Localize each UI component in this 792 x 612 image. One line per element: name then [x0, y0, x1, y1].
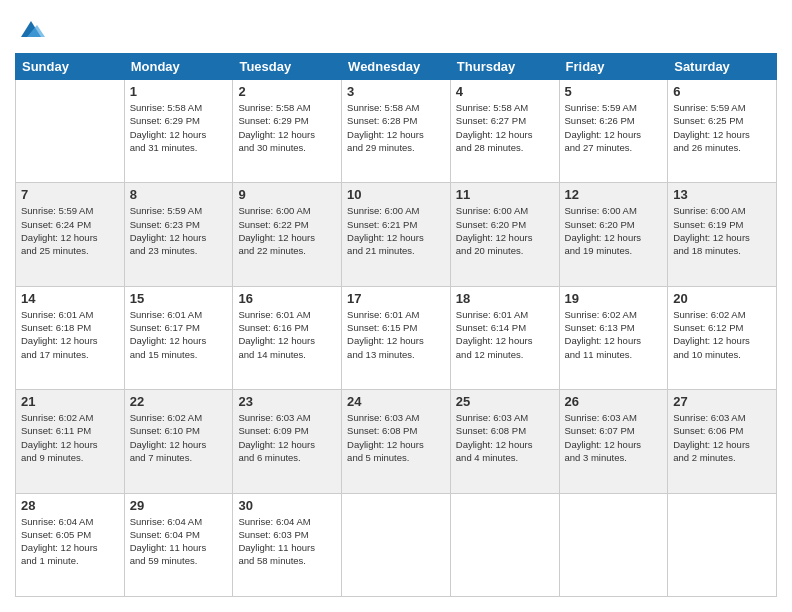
weekday-header-saturday: Saturday — [668, 54, 777, 80]
calendar-cell: 1Sunrise: 5:58 AM Sunset: 6:29 PM Daylig… — [124, 80, 233, 183]
day-info: Sunrise: 6:00 AM Sunset: 6:20 PM Dayligh… — [565, 204, 663, 257]
calendar-cell: 5Sunrise: 5:59 AM Sunset: 6:26 PM Daylig… — [559, 80, 668, 183]
day-number: 24 — [347, 394, 445, 409]
calendar-cell — [16, 80, 125, 183]
calendar-cell: 18Sunrise: 6:01 AM Sunset: 6:14 PM Dayli… — [450, 286, 559, 389]
calendar-table: SundayMondayTuesdayWednesdayThursdayFrid… — [15, 53, 777, 597]
calendar-cell: 16Sunrise: 6:01 AM Sunset: 6:16 PM Dayli… — [233, 286, 342, 389]
day-number: 29 — [130, 498, 228, 513]
calendar-cell: 23Sunrise: 6:03 AM Sunset: 6:09 PM Dayli… — [233, 390, 342, 493]
day-info: Sunrise: 6:03 AM Sunset: 6:07 PM Dayligh… — [565, 411, 663, 464]
day-number: 14 — [21, 291, 119, 306]
weekday-header-wednesday: Wednesday — [342, 54, 451, 80]
day-number: 13 — [673, 187, 771, 202]
day-info: Sunrise: 6:03 AM Sunset: 6:09 PM Dayligh… — [238, 411, 336, 464]
day-info: Sunrise: 5:58 AM Sunset: 6:29 PM Dayligh… — [130, 101, 228, 154]
calendar-cell — [342, 493, 451, 596]
day-number: 3 — [347, 84, 445, 99]
calendar-cell: 12Sunrise: 6:00 AM Sunset: 6:20 PM Dayli… — [559, 183, 668, 286]
day-number: 8 — [130, 187, 228, 202]
calendar-cell: 8Sunrise: 5:59 AM Sunset: 6:23 PM Daylig… — [124, 183, 233, 286]
day-info: Sunrise: 6:03 AM Sunset: 6:08 PM Dayligh… — [347, 411, 445, 464]
calendar-cell — [668, 493, 777, 596]
calendar-cell: 9Sunrise: 6:00 AM Sunset: 6:22 PM Daylig… — [233, 183, 342, 286]
calendar-cell — [559, 493, 668, 596]
week-row-2: 14Sunrise: 6:01 AM Sunset: 6:18 PM Dayli… — [16, 286, 777, 389]
day-info: Sunrise: 6:01 AM Sunset: 6:14 PM Dayligh… — [456, 308, 554, 361]
calendar-cell: 20Sunrise: 6:02 AM Sunset: 6:12 PM Dayli… — [668, 286, 777, 389]
day-number: 26 — [565, 394, 663, 409]
day-number: 4 — [456, 84, 554, 99]
day-number: 15 — [130, 291, 228, 306]
calendar-cell — [450, 493, 559, 596]
day-info: Sunrise: 5:59 AM Sunset: 6:24 PM Dayligh… — [21, 204, 119, 257]
day-info: Sunrise: 6:04 AM Sunset: 6:04 PM Dayligh… — [130, 515, 228, 568]
calendar-cell: 2Sunrise: 5:58 AM Sunset: 6:29 PM Daylig… — [233, 80, 342, 183]
day-number: 18 — [456, 291, 554, 306]
calendar-cell: 4Sunrise: 5:58 AM Sunset: 6:27 PM Daylig… — [450, 80, 559, 183]
day-number: 19 — [565, 291, 663, 306]
calendar-cell: 30Sunrise: 6:04 AM Sunset: 6:03 PM Dayli… — [233, 493, 342, 596]
calendar-cell: 25Sunrise: 6:03 AM Sunset: 6:08 PM Dayli… — [450, 390, 559, 493]
calendar-cell: 15Sunrise: 6:01 AM Sunset: 6:17 PM Dayli… — [124, 286, 233, 389]
weekday-header-monday: Monday — [124, 54, 233, 80]
day-info: Sunrise: 6:00 AM Sunset: 6:20 PM Dayligh… — [456, 204, 554, 257]
day-number: 25 — [456, 394, 554, 409]
day-info: Sunrise: 5:58 AM Sunset: 6:29 PM Dayligh… — [238, 101, 336, 154]
day-number: 23 — [238, 394, 336, 409]
weekday-header-tuesday: Tuesday — [233, 54, 342, 80]
day-info: Sunrise: 6:04 AM Sunset: 6:03 PM Dayligh… — [238, 515, 336, 568]
day-info: Sunrise: 6:03 AM Sunset: 6:06 PM Dayligh… — [673, 411, 771, 464]
day-info: Sunrise: 5:59 AM Sunset: 6:26 PM Dayligh… — [565, 101, 663, 154]
day-number: 28 — [21, 498, 119, 513]
calendar-cell: 19Sunrise: 6:02 AM Sunset: 6:13 PM Dayli… — [559, 286, 668, 389]
day-info: Sunrise: 6:02 AM Sunset: 6:12 PM Dayligh… — [673, 308, 771, 361]
week-row-4: 28Sunrise: 6:04 AM Sunset: 6:05 PM Dayli… — [16, 493, 777, 596]
day-number: 11 — [456, 187, 554, 202]
day-info: Sunrise: 6:00 AM Sunset: 6:19 PM Dayligh… — [673, 204, 771, 257]
calendar-cell: 29Sunrise: 6:04 AM Sunset: 6:04 PM Dayli… — [124, 493, 233, 596]
day-number: 10 — [347, 187, 445, 202]
day-number: 20 — [673, 291, 771, 306]
day-number: 5 — [565, 84, 663, 99]
day-number: 30 — [238, 498, 336, 513]
day-info: Sunrise: 6:03 AM Sunset: 6:08 PM Dayligh… — [456, 411, 554, 464]
calendar-cell: 21Sunrise: 6:02 AM Sunset: 6:11 PM Dayli… — [16, 390, 125, 493]
calendar-cell: 6Sunrise: 5:59 AM Sunset: 6:25 PM Daylig… — [668, 80, 777, 183]
day-number: 12 — [565, 187, 663, 202]
day-info: Sunrise: 6:02 AM Sunset: 6:11 PM Dayligh… — [21, 411, 119, 464]
week-row-3: 21Sunrise: 6:02 AM Sunset: 6:11 PM Dayli… — [16, 390, 777, 493]
weekday-header-friday: Friday — [559, 54, 668, 80]
week-row-0: 1Sunrise: 5:58 AM Sunset: 6:29 PM Daylig… — [16, 80, 777, 183]
calendar-cell: 13Sunrise: 6:00 AM Sunset: 6:19 PM Dayli… — [668, 183, 777, 286]
page: SundayMondayTuesdayWednesdayThursdayFrid… — [0, 0, 792, 612]
day-info: Sunrise: 6:01 AM Sunset: 6:18 PM Dayligh… — [21, 308, 119, 361]
logo — [15, 15, 45, 43]
calendar-cell: 10Sunrise: 6:00 AM Sunset: 6:21 PM Dayli… — [342, 183, 451, 286]
day-info: Sunrise: 6:01 AM Sunset: 6:15 PM Dayligh… — [347, 308, 445, 361]
week-row-1: 7Sunrise: 5:59 AM Sunset: 6:24 PM Daylig… — [16, 183, 777, 286]
day-number: 27 — [673, 394, 771, 409]
day-number: 17 — [347, 291, 445, 306]
day-number: 16 — [238, 291, 336, 306]
weekday-header-thursday: Thursday — [450, 54, 559, 80]
weekday-header-row: SundayMondayTuesdayWednesdayThursdayFrid… — [16, 54, 777, 80]
header — [15, 15, 777, 43]
calendar-cell: 22Sunrise: 6:02 AM Sunset: 6:10 PM Dayli… — [124, 390, 233, 493]
day-info: Sunrise: 6:00 AM Sunset: 6:22 PM Dayligh… — [238, 204, 336, 257]
calendar-cell: 11Sunrise: 6:00 AM Sunset: 6:20 PM Dayli… — [450, 183, 559, 286]
day-info: Sunrise: 5:59 AM Sunset: 6:23 PM Dayligh… — [130, 204, 228, 257]
day-number: 22 — [130, 394, 228, 409]
calendar-cell: 26Sunrise: 6:03 AM Sunset: 6:07 PM Dayli… — [559, 390, 668, 493]
day-number: 2 — [238, 84, 336, 99]
calendar-cell: 14Sunrise: 6:01 AM Sunset: 6:18 PM Dayli… — [16, 286, 125, 389]
day-info: Sunrise: 5:58 AM Sunset: 6:28 PM Dayligh… — [347, 101, 445, 154]
day-number: 21 — [21, 394, 119, 409]
calendar-cell: 27Sunrise: 6:03 AM Sunset: 6:06 PM Dayli… — [668, 390, 777, 493]
calendar-cell: 7Sunrise: 5:59 AM Sunset: 6:24 PM Daylig… — [16, 183, 125, 286]
day-info: Sunrise: 6:02 AM Sunset: 6:13 PM Dayligh… — [565, 308, 663, 361]
day-number: 6 — [673, 84, 771, 99]
weekday-header-sunday: Sunday — [16, 54, 125, 80]
day-number: 1 — [130, 84, 228, 99]
day-info: Sunrise: 5:59 AM Sunset: 6:25 PM Dayligh… — [673, 101, 771, 154]
